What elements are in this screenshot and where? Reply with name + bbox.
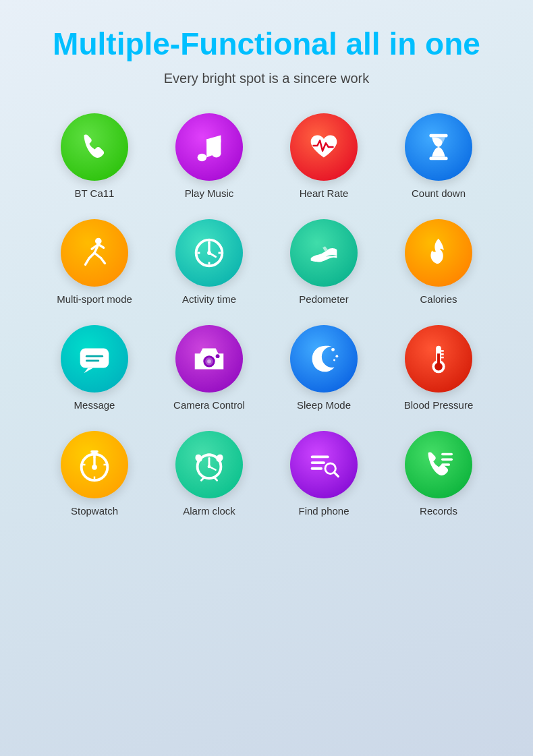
svg-point-0 — [198, 153, 207, 161]
alarm-clock-label: Alarm clock — [183, 505, 235, 517]
sleep-mode-label: Sleep Mode — [297, 399, 351, 411]
calories-label: Calories — [420, 293, 457, 305]
svg-point-30 — [335, 355, 338, 357]
subtitle: Every bright spot is a sincere work — [164, 71, 370, 86]
blood-pressure-label: Blood Pressure — [404, 399, 474, 411]
stopwatch-icon — [61, 431, 128, 498]
camera-label: Camera Control — [173, 399, 245, 411]
bt-call-label: BT Ca11 — [75, 187, 115, 199]
feature-pedometer: Pedometer — [270, 219, 378, 305]
feature-blood-pressure: Blood Pressure — [385, 325, 493, 411]
feature-bt-call: BT Ca11 — [40, 113, 148, 199]
heart-rate-icon — [290, 113, 358, 181]
feature-sleep-mode: Sleep Mode — [270, 325, 378, 411]
svg-point-31 — [333, 359, 335, 361]
activity-time-icon — [175, 219, 243, 287]
svg-rect-22 — [80, 348, 109, 368]
find-phone-icon — [290, 431, 358, 498]
message-label: Message — [74, 399, 115, 411]
feature-alarm-clock: Alarm clock — [155, 431, 263, 517]
pedometer-icon — [290, 219, 358, 287]
svg-point-49 — [92, 465, 97, 470]
feature-count-down: Count down — [385, 113, 493, 199]
feature-multi-sport: Multi-sport mode — [40, 219, 148, 305]
blood-pressure-icon — [405, 325, 472, 392]
message-icon — [61, 325, 128, 392]
camera-icon — [175, 325, 243, 392]
features-grid: BT Ca11 Play Music Heart Rate — [13, 113, 520, 517]
count-down-label: Count down — [412, 187, 466, 199]
svg-line-17 — [209, 253, 216, 257]
records-icon — [405, 431, 472, 498]
svg-point-52 — [215, 453, 224, 463]
sleep-mode-icon — [290, 325, 358, 392]
svg-point-35 — [434, 362, 443, 370]
svg-point-28 — [216, 354, 220, 358]
svg-rect-44 — [90, 450, 99, 453]
feature-message: Message — [40, 325, 148, 411]
svg-line-53 — [201, 477, 204, 480]
play-music-label: Play Music — [185, 187, 234, 199]
activity-time-label: Activity time — [182, 293, 236, 305]
svg-rect-5 — [429, 156, 447, 160]
feature-activity-time: Activity time — [155, 219, 263, 305]
svg-line-11 — [101, 258, 105, 263]
feature-play-music: Play Music — [155, 113, 263, 199]
records-label: Records — [420, 505, 457, 517]
feature-records: Records — [385, 431, 493, 517]
feature-heart-rate: Heart Rate — [270, 113, 378, 199]
svg-line-13 — [99, 244, 104, 248]
svg-line-54 — [215, 477, 217, 480]
svg-rect-3 — [206, 139, 221, 142]
svg-line-10 — [94, 253, 101, 258]
calories-icon — [405, 219, 472, 287]
alarm-clock-icon — [175, 431, 243, 498]
svg-point-51 — [194, 453, 203, 463]
pedometer-label: Pedometer — [299, 293, 348, 305]
feature-find-phone: Find phone — [270, 431, 378, 517]
find-phone-label: Find phone — [298, 505, 349, 517]
play-music-icon — [175, 113, 243, 181]
feature-camera: Camera Control — [155, 325, 263, 411]
stopwatch-label: Stopwatch — [71, 505, 118, 517]
svg-line-9 — [85, 258, 89, 264]
svg-point-57 — [208, 465, 211, 468]
feature-stopwatch: Stopwatch — [40, 431, 148, 517]
bt-call-icon — [61, 113, 128, 181]
count-down-icon — [405, 113, 472, 181]
svg-point-27 — [207, 359, 211, 364]
multi-sport-icon — [61, 219, 128, 287]
main-title: Multiple-Functional all in one — [53, 27, 480, 61]
svg-rect-4 — [429, 134, 447, 137]
svg-line-63 — [334, 472, 338, 476]
multi-sport-label: Multi-sport mode — [57, 293, 132, 305]
svg-point-29 — [331, 348, 335, 351]
heart-rate-label: Heart Rate — [300, 187, 349, 199]
feature-calories: Calories — [385, 219, 493, 305]
svg-rect-58 — [206, 453, 212, 456]
